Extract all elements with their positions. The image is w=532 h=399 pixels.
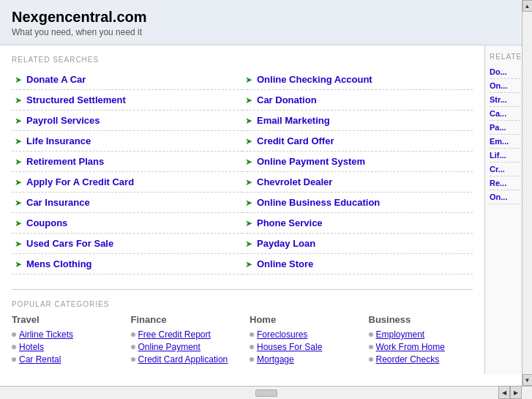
- search-link[interactable]: Online Checking Account: [257, 74, 372, 85]
- category-link[interactable]: Hotels: [19, 342, 44, 352]
- arrow-icon: ➤: [15, 75, 22, 85]
- search-links-grid: ➤Donate A Car➤Structured Settlement➤Payr…: [12, 70, 473, 275]
- search-item: ➤Apply For A Credit Card: [12, 172, 242, 193]
- category-link[interactable]: Work From Home: [376, 342, 445, 352]
- vertical-scrollbar[interactable]: ▲ ▼: [522, 0, 532, 374]
- list-item: Credit Card Application: [131, 354, 236, 365]
- search-link[interactable]: Car Donation: [257, 94, 317, 105]
- search-link[interactable]: Coupons: [26, 217, 67, 228]
- related-searches-section: RELATED SEARCHES ➤Donate A Car➤Structure…: [12, 56, 473, 275]
- arrow-icon: ➤: [245, 198, 252, 208]
- bullet-icon: [131, 345, 135, 349]
- sidebar-link[interactable]: On...: [490, 193, 507, 201]
- search-link[interactable]: Car Insurance: [26, 197, 90, 208]
- search-link[interactable]: Mens Clothing: [26, 258, 92, 269]
- scroll-up-button[interactable]: ▲: [522, 0, 533, 12]
- categories-grid: TravelAirline TicketsHotelsCar RentalFin…: [12, 314, 473, 367]
- category-link[interactable]: Free Credit Report: [138, 329, 211, 340]
- search-item: ➤Retirement Plans: [12, 152, 242, 172]
- search-link[interactable]: Online Payment System: [257, 156, 365, 167]
- sidebar-link[interactable]: Cr...: [490, 165, 505, 174]
- search-link[interactable]: Apply For A Credit Card: [26, 176, 134, 187]
- search-item: ➤Payday Loan: [242, 234, 473, 254]
- search-col-left: ➤Donate A Car➤Structured Settlement➤Payr…: [12, 70, 242, 275]
- related-searches-label: RELATED SEARCHES: [12, 56, 473, 64]
- site-subtitle: What you need, when you need it: [12, 27, 520, 37]
- arrow-icon: ➤: [15, 157, 22, 167]
- list-item: Airline Tickets: [12, 329, 116, 340]
- sidebar-link[interactable]: Do...: [490, 67, 507, 76]
- search-link[interactable]: Life Insurance: [26, 135, 91, 146]
- arrow-icon: ➤: [245, 239, 252, 249]
- category-col: BusinessEmploymentWork From HomeReorder …: [369, 314, 473, 367]
- arrow-icon: ➤: [15, 218, 22, 228]
- search-link[interactable]: Chevrolet Dealer: [257, 176, 332, 187]
- sidebar-link[interactable]: Pa...: [490, 123, 506, 132]
- list-item: Car Rental: [12, 354, 116, 365]
- list-item: Employment: [369, 329, 473, 340]
- search-link[interactable]: Structured Settlement: [26, 94, 126, 105]
- search-item: ➤Online Checking Account: [242, 70, 473, 90]
- category-title: Home: [250, 314, 354, 325]
- category-title: Business: [369, 314, 473, 325]
- sidebar-link[interactable]: Ca...: [490, 109, 506, 118]
- bullet-icon: [369, 345, 373, 349]
- search-link[interactable]: Used Cars For Sale: [26, 238, 113, 249]
- category-link[interactable]: Car Rental: [19, 354, 61, 365]
- search-link[interactable]: Payroll Services: [26, 115, 100, 126]
- sidebar-link[interactable]: Lif...: [490, 151, 506, 160]
- category-link[interactable]: Houses For Sale: [257, 342, 322, 352]
- category-link[interactable]: Online Payment: [138, 342, 201, 352]
- category-link[interactable]: Employment: [376, 329, 425, 340]
- arrow-icon: ➤: [245, 136, 252, 146]
- search-link[interactable]: Payday Loan: [257, 238, 315, 249]
- arrow-icon: ➤: [245, 157, 252, 167]
- search-item: ➤Coupons: [12, 213, 242, 234]
- list-item: Foreclosures: [250, 329, 354, 340]
- bullet-icon: [250, 357, 254, 362]
- search-item: ➤Mens Clothing: [12, 254, 242, 275]
- bullet-icon: [250, 345, 254, 349]
- search-link[interactable]: Phone Service: [257, 217, 323, 228]
- sidebar-link[interactable]: Re...: [490, 179, 506, 187]
- search-item: ➤Car Insurance: [12, 193, 242, 213]
- search-item: ➤Phone Service: [242, 213, 473, 234]
- popular-categories-section: POPULAR CATEGORIES TravelAirline Tickets…: [12, 289, 473, 367]
- search-link[interactable]: Retirement Plans: [26, 156, 104, 167]
- category-title: Finance: [131, 314, 236, 325]
- sidebar-link[interactable]: On...: [490, 81, 507, 90]
- search-link[interactable]: Online Business Education: [257, 197, 380, 208]
- list-item: Work From Home: [369, 342, 473, 352]
- main-wrapper: RELATED SEARCHES ➤Donate A Car➤Structure…: [0, 45, 532, 374]
- search-link[interactable]: Email Marketing: [257, 115, 330, 126]
- search-item: ➤Chevrolet Dealer: [242, 172, 473, 193]
- search-item: ➤Life Insurance: [12, 131, 242, 152]
- arrow-icon: ➤: [245, 259, 252, 269]
- category-link[interactable]: Credit Card Application: [138, 354, 228, 365]
- sidebar-link[interactable]: Em...: [490, 137, 509, 146]
- list-item: Mortgage: [250, 354, 354, 365]
- list-item: Free Credit Report: [131, 329, 236, 340]
- search-link[interactable]: Credit Card Offer: [257, 135, 334, 146]
- search-col-right: ➤Online Checking Account➤Car Donation➤Em…: [242, 70, 473, 275]
- category-col: FinanceFree Credit ReportOnline PaymentC…: [131, 314, 236, 367]
- arrow-icon: ➤: [15, 136, 22, 146]
- arrow-icon: ➤: [15, 259, 22, 269]
- scroll-track[interactable]: [522, 12, 533, 374]
- search-link[interactable]: Donate A Car: [26, 74, 86, 85]
- arrow-icon: ➤: [245, 75, 252, 85]
- category-link[interactable]: Airline Tickets: [19, 329, 73, 340]
- sidebar-link[interactable]: Str...: [490, 95, 507, 104]
- search-item: ➤Online Business Education: [242, 193, 473, 213]
- search-item: ➤Payroll Services: [12, 111, 242, 131]
- category-link[interactable]: Foreclosures: [257, 329, 307, 340]
- category-link[interactable]: Reorder Checks: [376, 354, 440, 365]
- popular-categories-label: POPULAR CATEGORIES: [12, 300, 473, 308]
- search-link[interactable]: Online Store: [257, 258, 313, 269]
- bullet-icon: [131, 332, 135, 337]
- search-item: ➤Used Cars For Sale: [12, 234, 242, 254]
- arrow-icon: ➤: [15, 198, 22, 208]
- category-link[interactable]: Mortgage: [257, 354, 294, 365]
- category-col: TravelAirline TicketsHotelsCar Rental: [12, 314, 116, 367]
- arrow-icon: ➤: [15, 239, 22, 249]
